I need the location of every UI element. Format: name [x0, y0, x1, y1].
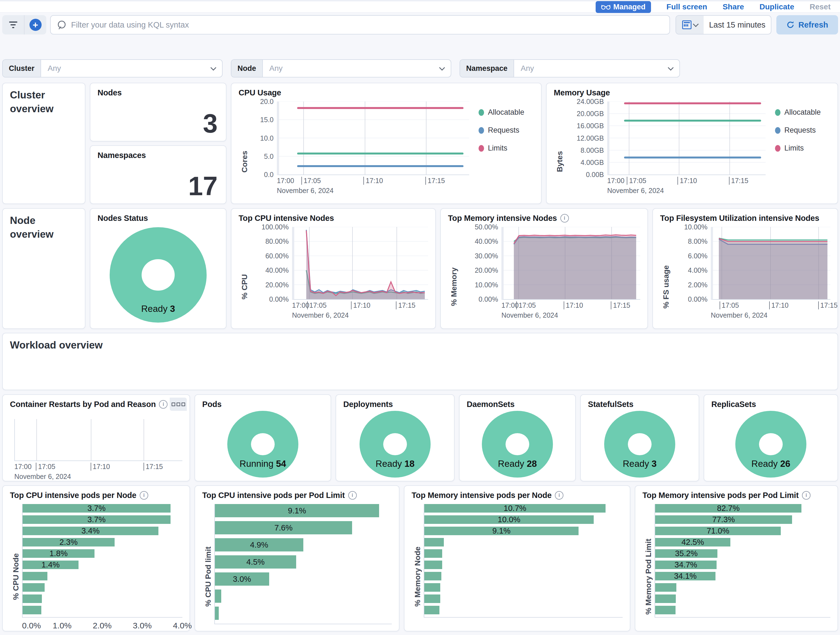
time-picker[interactable]: Last 15 minutes — [676, 15, 771, 35]
bar[interactable]: 3.7% — [22, 504, 171, 513]
add-filter-button[interactable]: + — [25, 15, 46, 35]
panel-namespaces-metric[interactable]: Namespaces 17 — [90, 145, 226, 204]
reset-button[interactable]: Reset — [810, 3, 831, 11]
daemonsets-donut[interactable]: Ready 28 — [482, 411, 553, 478]
bar[interactable]: 4.9% — [215, 538, 303, 551]
panel-title: Top CPU intensive pods per Node — [10, 491, 136, 500]
share-button[interactable]: Share — [723, 3, 744, 11]
bar[interactable] — [22, 583, 45, 592]
bar[interactable] — [424, 583, 440, 592]
legend-item[interactable]: Limits — [478, 144, 534, 152]
panel-options-button[interactable] — [170, 397, 187, 411]
cluster-filter[interactable]: Cluster Any — [2, 59, 223, 78]
replicasets-donut[interactable]: Ready 26 — [735, 411, 806, 478]
bar[interactable]: 7.6% — [215, 521, 352, 534]
info-icon[interactable]: i — [159, 400, 167, 409]
legend-item[interactable]: Allocatable — [478, 108, 534, 117]
bar[interactable]: 77.3% — [655, 515, 792, 524]
node-filter[interactable]: Node Any — [231, 59, 451, 78]
bar[interactable]: 9.1% — [215, 504, 379, 517]
search-input[interactable] — [71, 20, 663, 30]
bar[interactable]: 9.1% — [424, 527, 579, 535]
top-mem-pods-node-chart[interactable]: % Memory Node10.7%10.0%9.1% — [412, 504, 623, 635]
info-icon[interactable]: i — [348, 491, 357, 500]
managed-badge[interactable]: Managed — [595, 1, 651, 13]
bar[interactable]: 42.5% — [655, 538, 730, 546]
duplicate-button[interactable]: Duplicate — [759, 3, 794, 11]
bar[interactable]: 3.7% — [22, 515, 171, 524]
plot-area[interactable]: 9.1%7.6%4.9%4.5%3.0% — [214, 504, 392, 624]
statefulsets-donut[interactable]: Ready 3 — [604, 411, 675, 478]
panel-nodes-metric[interactable]: Nodes 3 — [90, 83, 226, 141]
bar[interactable] — [655, 606, 676, 614]
bar[interactable]: 34.7% — [655, 561, 717, 569]
bar[interactable]: 10.0% — [424, 515, 594, 524]
memory-usage-chart[interactable]: Bytes24.00GB20.00GB16.00GB12.00GB8.00GB4… — [554, 101, 831, 222]
legend-item[interactable]: Requests — [775, 126, 831, 135]
plot-area[interactable] — [14, 419, 182, 461]
donut-hole — [142, 259, 175, 291]
bar[interactable] — [424, 538, 444, 546]
bar[interactable]: 35.2% — [655, 549, 717, 558]
plot-area[interactable]: 82.7%77.3%71.0%42.5%35.2%34.7%34.1% — [655, 504, 831, 618]
bar[interactable]: 1.4% — [22, 561, 79, 569]
namespace-filter[interactable]: Namespace Any — [459, 59, 680, 78]
bar[interactable] — [655, 583, 676, 592]
time-range-value[interactable]: Last 15 minutes — [704, 21, 771, 30]
full-screen-button[interactable]: Full screen — [666, 3, 707, 11]
bar[interactable] — [215, 606, 219, 620]
top-cpu-pods-limit-chart[interactable]: % CPU Pod limit9.1%7.6%4.9%4.5%3.0% — [202, 504, 392, 635]
time-quick-select-button[interactable] — [676, 16, 704, 34]
plot-area[interactable]: 3.7%3.7%3.4%2.3%1.8%1.4% — [22, 504, 182, 618]
bar-value-label: 10.7% — [424, 504, 606, 513]
bar[interactable] — [424, 606, 439, 614]
info-icon[interactable]: i — [140, 491, 148, 500]
plot-area[interactable] — [277, 101, 469, 175]
bar[interactable]: 82.7% — [655, 504, 801, 513]
bar[interactable]: 3.0% — [215, 572, 269, 586]
bar[interactable] — [424, 594, 440, 603]
plot-area[interactable] — [501, 227, 640, 300]
top-mem-pods-limit-chart[interactable]: % Memory Pod Limit82.7%77.3%71.0%42.5%35… — [643, 504, 831, 635]
kql-search-bar[interactable] — [50, 15, 670, 35]
bar[interactable]: 1.8% — [22, 549, 95, 558]
pods-donut[interactable]: Running 54 — [227, 411, 298, 478]
bar[interactable] — [22, 606, 41, 614]
bar-value-label: 35.2% — [655, 549, 717, 558]
plot-area[interactable] — [711, 227, 831, 300]
bar[interactable]: 10.7% — [424, 504, 606, 513]
bar[interactable] — [655, 594, 676, 603]
top-fs-nodes-chart[interactable]: % FS usage10.00%8.00%6.00%4.00%2.00%0.00… — [660, 227, 831, 347]
bar[interactable] — [22, 572, 47, 580]
bar-value-label: 2.3% — [22, 538, 115, 546]
plot-area[interactable]: 10.7%10.0%9.1% — [424, 504, 623, 618]
nodes-status-donut[interactable]: Ready 3 — [110, 227, 207, 323]
legend-item[interactable]: Allocatable — [775, 108, 831, 117]
bar[interactable] — [424, 572, 441, 580]
refresh-button[interactable]: Refresh — [776, 15, 838, 35]
deployments-donut[interactable]: Ready 18 — [360, 411, 431, 478]
bar[interactable] — [424, 561, 442, 569]
legend-item[interactable]: Requests — [478, 126, 534, 135]
cpu-usage-chart[interactable]: Cores20.015.010.05.00.017:0017:0517:1017… — [238, 101, 534, 222]
top-memory-nodes-chart[interactable]: % Memory50.00%40.00%30.00%20.00%10.00%0.… — [448, 227, 640, 347]
bar[interactable]: 4.5% — [215, 555, 296, 568]
bar[interactable]: 71.0% — [655, 527, 781, 535]
bar[interactable] — [424, 549, 442, 558]
bar-value-label: 4.5% — [215, 555, 296, 568]
info-icon[interactable]: i — [802, 491, 810, 500]
legend-item[interactable]: Limits — [775, 144, 831, 152]
bar[interactable]: 34.1% — [655, 572, 715, 580]
bar[interactable]: 2.3% — [22, 538, 115, 546]
plot-area[interactable] — [607, 101, 766, 175]
bar[interactable] — [22, 594, 42, 603]
filters-menu-button[interactable] — [2, 15, 24, 35]
info-icon[interactable]: i — [555, 491, 564, 500]
bar[interactable] — [215, 589, 221, 603]
x-axis-ticks: 17:0017:0517:1017:15 — [501, 301, 640, 311]
top-cpu-nodes-chart[interactable]: % CPU100.00%80.00%60.00%40.00%20.00%0.00… — [238, 227, 428, 347]
bar[interactable]: 3.4% — [22, 527, 158, 535]
plot-area[interactable] — [292, 227, 428, 300]
info-icon[interactable]: i — [561, 214, 569, 223]
top-cpu-pods-node-chart[interactable]: % CPU Node3.7%3.7%3.4%2.3%1.8%1.4%0.0%1.… — [10, 504, 182, 635]
